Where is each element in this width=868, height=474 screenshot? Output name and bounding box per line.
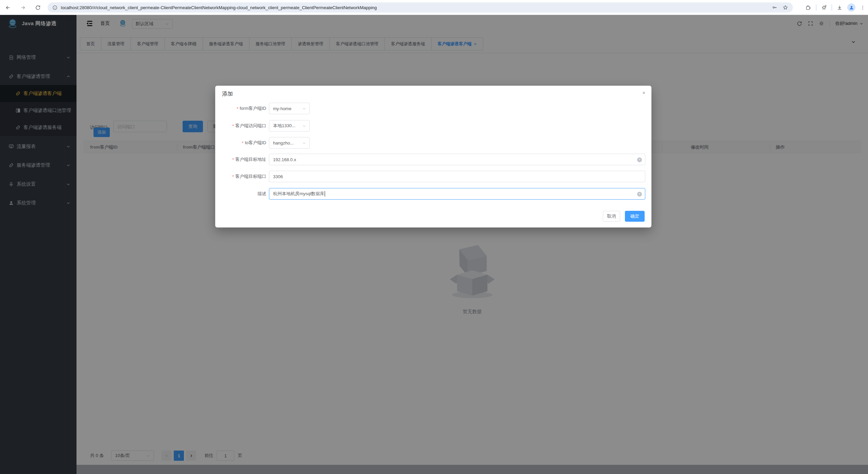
extensions-puzzle-icon[interactable] (805, 5, 811, 11)
extension-star-icon[interactable] (821, 5, 827, 11)
form-client-id-select[interactable]: my-home (269, 103, 310, 114)
browser-toolbar: localhost:28080/#/cloud_network_client_p… (0, 0, 868, 15)
field-label-client-target-address: * 客户端目标地址 (221, 154, 266, 165)
dialog-close-icon[interactable]: × (642, 90, 645, 96)
text-caret (325, 191, 325, 197)
password-key-icon[interactable] (772, 5, 777, 10)
field-label-form-client-id: * form客户端ID (221, 103, 266, 114)
address-bar[interactable]: localhost:28080/#/cloud_network_client_p… (48, 2, 793, 13)
screen: localhost:28080/#/cloud_network_client_p… (0, 0, 868, 474)
input-value: 3306 (273, 174, 283, 179)
client-access-port-select[interactable]: 本地1330... (269, 120, 310, 132)
field-label-description: 描述 (221, 188, 266, 200)
modal-overlay[interactable] (0, 15, 868, 474)
field-label-client-target-port: * 客户端目标端口 (221, 171, 266, 182)
to-client-id-select[interactable]: hangzho... (269, 137, 310, 149)
downloads-icon[interactable] (837, 5, 843, 11)
add-dialog: 添加 × * form客户端ID my-home * 客户端访问端口 本地133… (215, 86, 651, 227)
input-value: 杭州本地机房mysql数据库 (273, 191, 324, 197)
required-asterisk: * (237, 106, 238, 111)
field-label-client-access-port: * 客户端访问端口 (221, 120, 266, 132)
site-info-icon[interactable] (52, 5, 57, 10)
browser-forward-icon[interactable] (18, 2, 28, 13)
browser-back-icon[interactable] (3, 2, 13, 13)
select-value: hangzho... (273, 140, 294, 146)
clear-input-icon[interactable]: × (637, 157, 642, 162)
chevron-down-icon (302, 107, 306, 111)
input-value: 192.168.0.x (273, 157, 296, 162)
chevron-down-icon (302, 141, 306, 145)
client-target-port-input[interactable]: 3306 (269, 171, 645, 182)
description-input[interactable]: 杭州本地机房mysql数据库 × (269, 188, 645, 200)
select-value: my-home (273, 106, 291, 111)
client-target-address-input[interactable]: 192.168.0.x × (269, 154, 645, 165)
toolbar-divider (832, 4, 832, 11)
field-label-to-client-id: * to客户端ID (221, 137, 266, 149)
bookmark-star-icon[interactable] (783, 5, 788, 10)
required-asterisk: * (232, 157, 234, 162)
chevron-down-icon (302, 124, 306, 128)
url-text: localhost:28080/#/cloud_network_client_p… (61, 5, 772, 10)
cancel-button[interactable]: 取消 (603, 211, 620, 222)
required-asterisk: * (232, 123, 234, 129)
confirm-button[interactable]: 确定 (625, 211, 645, 222)
required-asterisk: * (232, 174, 234, 179)
profile-avatar[interactable] (847, 3, 855, 12)
required-asterisk: * (242, 140, 243, 146)
browser-menu-kebab-icon[interactable] (860, 5, 865, 10)
browser-reload-icon[interactable] (33, 2, 43, 13)
toolbar-divider (816, 4, 816, 11)
select-value: 本地1330... (273, 123, 295, 129)
dialog-title: 添加 (222, 90, 233, 98)
clear-input-icon[interactable]: × (637, 192, 642, 197)
